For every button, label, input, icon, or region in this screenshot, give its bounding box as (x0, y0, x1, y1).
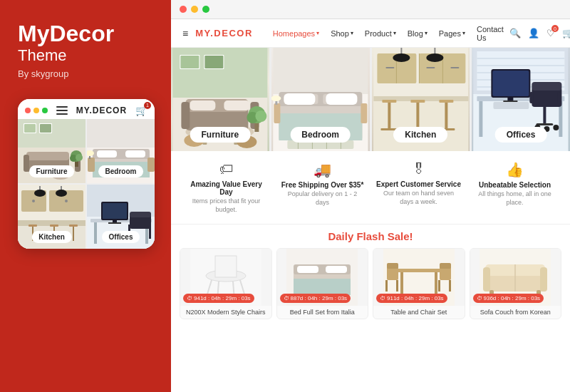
svg-point-89 (271, 96, 281, 101)
svg-rect-53 (130, 212, 151, 217)
hero-label-kitchen: Kitchen (393, 127, 447, 143)
svg-rect-7 (26, 152, 69, 160)
feature-value-desc: Items prices that fit your budget. (184, 197, 269, 214)
feature-shipping-desc: Popular delivery on 1 - 2 days (280, 190, 365, 207)
product-card-bed[interactable]: ⏱887d : 04h : 29m : 03s Bed Full Set fro… (276, 248, 369, 319)
hero-cell-furniture[interactable]: Furniture (171, 48, 269, 151)
product-timer-2: ⏱887d : 04h : 29m : 03s (280, 294, 351, 303)
flash-sale-title: Daily Flash Sale! (180, 230, 561, 242)
user-icon[interactable]: 👤 (528, 28, 539, 38)
nav-hamburger-icon[interactable]: ≡ (182, 28, 188, 39)
svg-point-34 (34, 190, 46, 197)
nav-link-shop[interactable]: Shop ▾ (325, 29, 359, 38)
svg-rect-157 (294, 279, 351, 295)
hero-label-furniture: Furniture (190, 127, 251, 143)
mobile-cell-offices[interactable]: Offices (87, 185, 155, 249)
svg-rect-164 (385, 280, 388, 292)
svg-rect-41 (69, 225, 78, 227)
site-navbar: ≡ MY.DECOR Homepages ▾ Shop ▾ Product ▾ … (171, 19, 570, 48)
hero-cell-kitchen[interactable]: Kitchen (372, 48, 470, 151)
svg-rect-20 (125, 150, 145, 158)
nav-link-homepages[interactable]: Homepages ▾ (267, 29, 325, 38)
svg-rect-97 (373, 96, 468, 151)
feature-strip: 🏷 Amazing Value Every Day Items prices t… (171, 151, 570, 225)
flash-sale-section: Daily Flash Sale! (171, 225, 570, 392)
browser-dot-yellow[interactable] (191, 6, 198, 13)
svg-rect-167 (440, 263, 451, 269)
feature-selection-desc: All things home, all in one place. (472, 190, 557, 207)
wishlist-icon[interactable]: ♡ 0 (546, 28, 555, 38)
svg-rect-42 (73, 227, 74, 241)
product-card-sofa[interactable]: ⏱936d : 04h : 29m : 03s Sofa Couch from … (470, 248, 562, 319)
svg-rect-132 (493, 71, 529, 96)
svg-rect-135 (494, 102, 529, 109)
feature-service-title: Expert Customer Service (376, 180, 461, 188)
mobile-dot-red (25, 108, 31, 113)
mobile-cart-icon[interactable]: 🛒 1 (135, 105, 147, 116)
mobile-top-bar: MY.DECOR 🛒 1 (18, 99, 155, 119)
product-img-sofa: ⏱936d : 04h : 29m : 03s (470, 249, 561, 306)
browser-dot-red[interactable] (180, 6, 187, 13)
svg-rect-85 (326, 93, 357, 105)
svg-rect-168 (438, 280, 440, 292)
svg-rect-139 (558, 92, 561, 103)
mobile-dot-green (42, 108, 48, 113)
mobile-cell-kitchen[interactable]: Kitchen (18, 185, 86, 249)
nav-icons: 🔍 👤 ♡ 0 🛒 0 (509, 28, 570, 38)
right-panel: ≡ MY.DECOR Homepages ▾ Shop ▾ Product ▾ … (171, 0, 570, 392)
cart-icon[interactable]: 🛒 0 (562, 28, 570, 38)
nav-link-product[interactable]: Product ▾ (359, 29, 402, 38)
svg-rect-46 (94, 222, 97, 244)
svg-rect-3 (24, 124, 36, 133)
hero-category-grid: Furniture (171, 48, 570, 151)
svg-rect-67 (190, 100, 215, 110)
nav-link-contact[interactable]: Contact Us (471, 25, 509, 42)
mobile-dots (25, 108, 48, 113)
hero-cell-offices[interactable]: Offices (472, 48, 570, 151)
feature-selection-icon: 👍 (506, 161, 524, 178)
svg-point-144 (554, 125, 559, 130)
svg-rect-65 (181, 102, 190, 129)
svg-rect-55 (149, 225, 151, 239)
feature-value-icon: 🏷 (219, 161, 234, 177)
hero-label-offices: Offices (495, 127, 547, 143)
mobile-hamburger-icon[interactable] (56, 106, 68, 115)
mobile-cell-bedroom[interactable]: Bedroom (87, 119, 155, 183)
svg-rect-169 (449, 280, 451, 292)
svg-point-31 (32, 200, 35, 202)
product-grid: ⏱941d : 04h : 29m : 03s N200X Modern Sty… (180, 248, 561, 319)
product-card-table[interactable]: ⏱911d : 04h : 29m : 03s Table and Chair … (373, 248, 465, 319)
mobile-cell-furniture[interactable]: Furniture (18, 119, 86, 183)
product-name-3: Table and Chair Set (373, 306, 465, 319)
feature-service-desc: Our team on hand seven days a week. (376, 190, 461, 206)
mobile-dot-yellow (33, 108, 39, 113)
hero-cell-bedroom[interactable]: Bedroom (271, 48, 370, 151)
feature-selection-title: Unbeatable Selection (479, 181, 551, 189)
feature-shipping-icon: 🚚 (314, 161, 331, 178)
nav-link-pages[interactable]: Pages ▾ (433, 29, 471, 38)
browser-dot-green[interactable] (202, 6, 209, 13)
svg-rect-163 (387, 263, 398, 269)
svg-rect-5 (40, 124, 51, 133)
svg-rect-49 (103, 203, 127, 219)
feature-service-icon: 🎖 (412, 161, 426, 177)
svg-rect-90 (361, 103, 367, 123)
svg-rect-115 (416, 103, 419, 130)
svg-rect-19 (97, 150, 117, 158)
svg-rect-140 (544, 107, 546, 125)
mobile-label-bedroom: Bedroom (98, 165, 144, 177)
svg-rect-8 (24, 155, 29, 172)
nav-link-blog[interactable]: Blog ▾ (402, 29, 433, 38)
svg-rect-22 (88, 158, 95, 172)
product-img-bed: ⏱887d : 04h : 29m : 03s (277, 249, 368, 306)
svg-rect-160 (400, 272, 403, 294)
left-panel: MyDecor Theme By skygroup MY.DECOR 🛒 1 (0, 0, 171, 392)
svg-rect-37 (28, 225, 37, 227)
svg-rect-114 (410, 100, 425, 103)
search-icon[interactable]: 🔍 (509, 28, 521, 38)
product-card-chair[interactable]: ⏱941d : 04h : 29m : 03s N200X Modern Sty… (180, 248, 272, 319)
svg-point-107 (393, 53, 410, 62)
svg-rect-159 (398, 269, 440, 272)
svg-rect-129 (480, 101, 483, 137)
mobile-cart-badge: 1 (144, 102, 151, 109)
